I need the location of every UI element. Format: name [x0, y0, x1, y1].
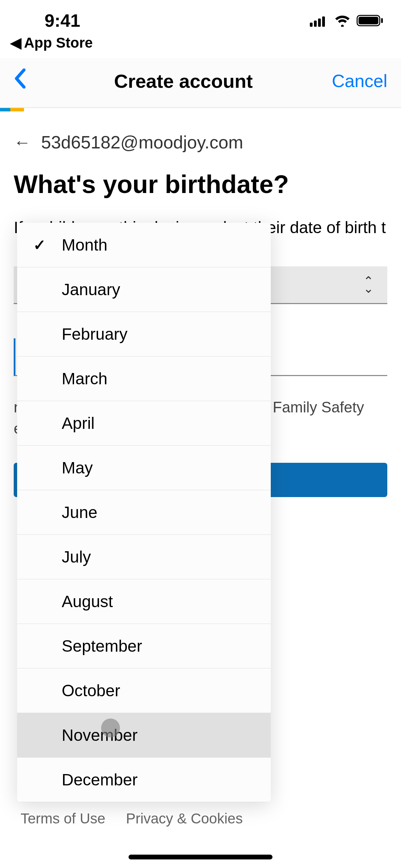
dropdown-item-label: February: [51, 325, 127, 343]
dropdown-item-label: May: [51, 458, 93, 477]
dropdown-item-label: June: [51, 503, 97, 522]
progress-segment-1: [0, 108, 10, 111]
email-back-row[interactable]: ← 53d65182@moodjoy.com: [14, 132, 387, 153]
touch-indicator: [101, 719, 120, 737]
battery-icon: [356, 14, 384, 27]
back-caret-icon: ◀: [10, 34, 21, 51]
status-time: 9:41: [45, 10, 80, 31]
dropdown-item-july[interactable]: July: [17, 535, 271, 579]
home-indicator[interactable]: [129, 855, 272, 859]
back-to-app-label: App Store: [24, 35, 93, 51]
dropdown-item-label: July: [51, 547, 91, 566]
dropdown-item-october[interactable]: October: [17, 668, 271, 713]
chevron-updown-icon: ⌃⌄: [363, 277, 374, 292]
cellular-signal-icon: [310, 14, 328, 27]
nav-back-button[interactable]: [14, 68, 48, 94]
dropdown-item-september[interactable]: September: [17, 624, 271, 668]
dropdown-item-month[interactable]: ✓Month: [17, 223, 271, 267]
terms-link[interactable]: Terms of Use: [21, 810, 105, 827]
svg-rect-6: [381, 18, 383, 23]
svg-rect-2: [318, 19, 321, 27]
nav-title: Create account: [48, 70, 319, 92]
dropdown-item-april[interactable]: April: [17, 401, 271, 446]
status-icons: [310, 14, 384, 27]
dropdown-item-november[interactable]: November: [17, 713, 271, 758]
svg-rect-3: [322, 16, 325, 27]
dropdown-item-label: October: [51, 681, 120, 700]
nav-bar: Create account Cancel: [0, 58, 401, 108]
back-to-app-link[interactable]: ◀ App Store: [0, 34, 401, 58]
dropdown-item-june[interactable]: June: [17, 490, 271, 535]
nav-cancel-button[interactable]: Cancel: [319, 71, 387, 91]
dropdown-item-label: March: [51, 369, 107, 388]
dropdown-item-february[interactable]: February: [17, 312, 271, 357]
svg-rect-0: [310, 23, 313, 27]
checkmark-icon: ✓: [27, 236, 51, 254]
dropdown-item-label: Month: [51, 236, 107, 254]
privacy-link[interactable]: Privacy & Cookies: [126, 810, 243, 827]
dropdown-item-label: December: [51, 770, 137, 789]
dropdown-item-label: August: [51, 592, 113, 611]
wifi-icon: [334, 14, 351, 27]
progress-bar: [0, 108, 401, 111]
dropdown-item-label: April: [51, 414, 95, 433]
month-dropdown: ✓MonthJanuaryFebruaryMarchAprilMayJuneJu…: [17, 223, 271, 802]
dropdown-item-label: September: [51, 637, 142, 655]
dropdown-item-august[interactable]: August: [17, 579, 271, 624]
email-text: 53d65182@moodjoy.com: [41, 132, 243, 153]
dropdown-item-label: January: [51, 280, 120, 299]
dropdown-item-january[interactable]: January: [17, 267, 271, 312]
dropdown-item-march[interactable]: March: [17, 357, 271, 401]
page-heading: What's your birthdate?: [14, 170, 387, 199]
svg-rect-1: [314, 21, 317, 27]
status-bar: 9:41: [0, 0, 401, 34]
footer-links: Terms of Use Privacy & Cookies: [21, 810, 243, 827]
svg-rect-5: [359, 17, 378, 24]
dropdown-item-may[interactable]: May: [17, 446, 271, 490]
arrow-left-icon: ←: [14, 132, 31, 152]
dropdown-item-december[interactable]: December: [17, 758, 271, 802]
dropdown-item-label: November: [51, 726, 137, 745]
progress-segment-2: [10, 108, 24, 111]
